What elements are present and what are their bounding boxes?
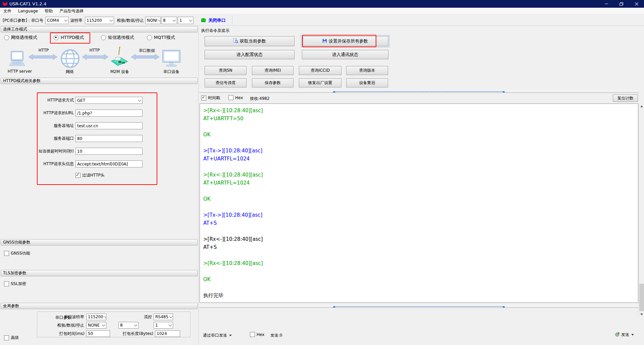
menubar: 文件 Language 帮助 产品型号选择	[0, 8, 644, 15]
radio-sms-transparent-mode[interactable]: 短信透传模式	[101, 34, 134, 41]
log-line: >[Tx->][10:28:40][asc]	[203, 147, 635, 155]
server-port-input[interactable]	[75, 135, 143, 142]
window-controls	[599, 0, 644, 8]
scroll-down-icon[interactable]	[639, 312, 644, 317]
menu-file[interactable]: 文件	[0, 8, 15, 14]
chevron-down-icon	[137, 97, 142, 104]
horizontal-splitter[interactable]	[199, 305, 639, 308]
global-parity-select[interactable]: NONE	[86, 322, 106, 329]
minimize-button[interactable]	[599, 0, 614, 8]
log-line: AT+UARTFL=1024	[203, 179, 635, 187]
chevron-down-icon	[172, 17, 177, 24]
close-button[interactable]	[629, 0, 644, 8]
checkbox-icon	[201, 95, 206, 100]
command-panel-header: 执行命令及提示	[201, 28, 229, 33]
global-databits-select[interactable]: 8	[118, 322, 139, 329]
node-label-http-server: HTTP server	[6, 69, 33, 74]
menu-language[interactable]: Language	[15, 8, 41, 14]
flow-control-select[interactable]: RS485	[154, 314, 173, 320]
scroll-up-icon[interactable]	[639, 104, 644, 109]
checkbox-icon	[4, 251, 9, 256]
chevron-down-icon	[63, 17, 68, 24]
radio-icon	[147, 35, 152, 40]
menu-product-model[interactable]: 产品型号选择	[56, 8, 87, 14]
query-sn-button[interactable]: 查询SN	[205, 66, 247, 75]
reset-count-button[interactable]: 复位计数	[613, 94, 638, 102]
get-params-button[interactable]: 获取当前参数	[205, 36, 294, 46]
log-line	[203, 251, 635, 259]
set-save-all-params-button[interactable]: 设置并保存所有参数	[302, 36, 388, 46]
device-restart-button[interactable]: 设备重启	[346, 78, 388, 87]
short-conn-timeout-input[interactable]	[75, 148, 143, 155]
save-params-button[interactable]: 保存参数	[252, 78, 293, 87]
pack-length-input[interactable]	[155, 330, 180, 337]
log-line	[203, 187, 635, 195]
serial-toolbar: [PC串口参数]：串口号 COM4 波特率 115200 检验/数据/停止 NO…	[0, 15, 644, 26]
query-iccid-button[interactable]: 查询ICCID	[299, 66, 341, 75]
parity-select[interactable]: NONI	[145, 17, 161, 24]
splitter-handle-icon	[502, 91, 505, 92]
log-line: >[Tx->][10:28:40][asc]	[203, 211, 635, 219]
log-scrollbar[interactable]	[639, 104, 644, 317]
pack-time-input[interactable]	[86, 330, 110, 337]
log-line	[203, 123, 635, 131]
send-via-serial-dropdown[interactable]: 通过串口发送	[203, 331, 240, 339]
radio-net-transparent-mode[interactable]: 网络透传模式	[4, 34, 37, 41]
global-baud-select[interactable]: 115200	[86, 314, 106, 320]
enter-config-state-button[interactable]: 进入配置状态	[205, 50, 294, 59]
chevron-down-icon	[157, 17, 161, 24]
global-parity-label: 检验/数据/停止	[40, 322, 84, 329]
link-label-http-1: HTTP	[34, 48, 54, 53]
log-line: AT+UARTFT=50	[203, 115, 635, 123]
chevron-down-icon	[101, 322, 106, 328]
arrow-icon	[28, 54, 58, 61]
http-method-label: HTTP请求方式	[2, 97, 74, 104]
server-address-input[interactable]	[75, 122, 143, 129]
http-header-input[interactable]	[75, 160, 143, 167]
enter-comm-state-button[interactable]: 进入通讯状态	[302, 50, 388, 59]
node-label-m2m-device: M2M 设备	[108, 69, 131, 75]
factory-reset-button[interactable]: 恢复出厂设置	[299, 78, 341, 87]
scrollbar-thumb[interactable]	[639, 284, 644, 311]
work-mode-header: 选择工作模式	[1, 26, 198, 32]
global-baud-label: 串口波特率	[47, 314, 84, 321]
app-window: USR-CAT1 V1.2.4 文件 Language 帮助 产品型号选择 [P…	[0, 0, 644, 345]
http-url-label: HTTP请求的URL	[2, 110, 74, 117]
query-version-button[interactable]: 查询版本	[346, 66, 388, 75]
query-imei-button[interactable]: 查询IMEI	[252, 66, 293, 75]
send-options-icon[interactable]	[615, 332, 620, 338]
radio-mqtt-mode[interactable]: MQTT模式	[147, 34, 175, 41]
horizontal-splitter[interactable]	[199, 90, 639, 93]
hex-recv-checkbox[interactable]: Hex	[228, 95, 243, 100]
sent-count-label: 发送:0	[270, 333, 282, 338]
panel-divider[interactable]	[198, 26, 199, 345]
chevron-down-icon	[229, 335, 232, 336]
log-line	[203, 267, 635, 275]
toolbar-separator	[232, 16, 232, 25]
chevron-down-icon	[188, 17, 193, 24]
filter-http-header-checkbox[interactable]: 过滤HTTP头	[75, 172, 105, 178]
timestamp-checkbox[interactable]: 时间戳	[201, 95, 220, 101]
hex-send-checkbox[interactable]: Hex	[250, 332, 264, 337]
checkbox-icon	[75, 173, 80, 178]
maximize-button[interactable]	[614, 0, 629, 8]
stopbits-select[interactable]: 1	[178, 17, 194, 24]
close-port-button[interactable]: 关闭串口	[208, 17, 226, 23]
send-button[interactable]: 发送	[621, 332, 634, 338]
radio-httpd-mode[interactable]: HTTPD模式	[54, 34, 84, 41]
node-label-serial-device: 串口设备	[160, 69, 182, 75]
gnss-checkbox[interactable]: GNSS功能	[4, 251, 30, 256]
log-output[interactable]: >[Rx<-][10:28:40][asc]AT+UARTFT=50 OK >[…	[200, 104, 638, 303]
com-port-select[interactable]: COM4	[45, 17, 69, 24]
ssl-checkbox[interactable]: SSL加密	[4, 281, 26, 287]
menu-help[interactable]: 帮助	[41, 8, 56, 14]
advanced-checkbox[interactable]: 高级	[4, 335, 19, 341]
databits-select[interactable]: 8	[161, 17, 177, 24]
http-url-input[interactable]	[75, 110, 143, 117]
query-signal-button[interactable]: 查信号强度	[205, 78, 247, 87]
baud-select[interactable]: 115200	[85, 17, 114, 24]
global-stopbits-select[interactable]: 1	[154, 322, 173, 329]
chevron-down-icon	[168, 314, 173, 320]
parity-label: 检验/数据/停止	[117, 18, 144, 23]
http-method-select[interactable]: GET	[75, 97, 143, 104]
